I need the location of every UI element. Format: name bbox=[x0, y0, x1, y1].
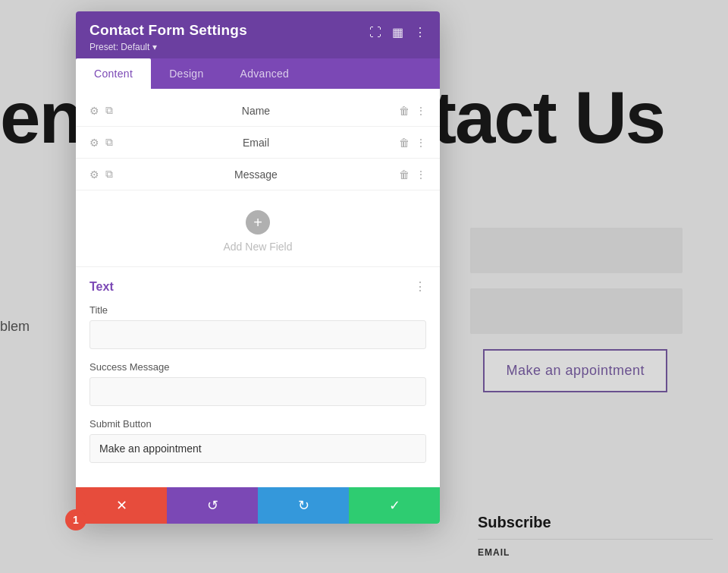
field-row-message-left-icons: ⚙ ⧉ bbox=[89, 168, 113, 181]
clone-icon-name[interactable]: ⧉ bbox=[105, 104, 113, 117]
columns-icon[interactable]: ▦ bbox=[392, 25, 403, 39]
field-row-name-left-icons: ⚙ ⧉ bbox=[89, 104, 113, 117]
success-message-label: Success Message bbox=[89, 361, 426, 373]
modal-header-icons: ⛶ ▦ ⋮ bbox=[369, 22, 426, 39]
chevron-down-icon: ▾ bbox=[152, 42, 157, 52]
text-section: Text ⋮ Title Success Message Submit Butt… bbox=[76, 266, 440, 487]
title-form-group: Title bbox=[89, 304, 426, 349]
more-icon-message[interactable]: ⋮ bbox=[416, 168, 426, 181]
field-label-name: Name bbox=[121, 105, 391, 117]
field-row-message-right-icons: 🗑 ⋮ bbox=[399, 168, 426, 181]
settings-icon-email[interactable]: ⚙ bbox=[89, 137, 99, 149]
delete-icon-email[interactable]: 🗑 bbox=[399, 137, 410, 149]
tab-advanced[interactable]: Advanced bbox=[222, 58, 308, 89]
expand-icon[interactable]: ⛶ bbox=[369, 26, 381, 39]
notification-badge: 1 bbox=[65, 509, 86, 530]
submit-button-label: Submit Button bbox=[89, 418, 426, 430]
cancel-button[interactable]: ✕ bbox=[76, 487, 167, 524]
success-message-input[interactable] bbox=[89, 377, 426, 406]
modal-header: Contact Form Settings Preset: Default ▾ … bbox=[76, 11, 440, 58]
modal-tabs: Content Design Advanced bbox=[76, 58, 440, 89]
add-field-section: + Add New Field bbox=[76, 197, 440, 266]
delete-icon-name[interactable]: 🗑 bbox=[399, 105, 410, 117]
undo-button[interactable]: ↺ bbox=[167, 487, 258, 524]
modal-body: ⚙ ⧉ Name 🗑 ⋮ ⚙ ⧉ Email 🗑 ⋮ bbox=[76, 89, 440, 524]
field-label-email: Email bbox=[121, 137, 391, 149]
success-message-form-group: Success Message bbox=[89, 361, 426, 406]
save-button[interactable]: ✓ bbox=[349, 487, 440, 524]
settings-icon-name[interactable]: ⚙ bbox=[89, 105, 99, 117]
more-options-icon[interactable]: ⋮ bbox=[414, 25, 426, 39]
text-section-menu-icon[interactable]: ⋮ bbox=[414, 279, 426, 294]
field-row-email-right-icons: 🗑 ⋮ bbox=[399, 137, 426, 149]
submit-button-input[interactable] bbox=[89, 434, 426, 463]
contact-form-settings-modal: Contact Form Settings Preset: Default ▾ … bbox=[76, 11, 440, 524]
tab-content[interactable]: Content bbox=[76, 58, 151, 89]
add-field-label: Add New Field bbox=[223, 241, 292, 253]
modal-title: Contact Form Settings bbox=[89, 22, 247, 39]
settings-icon-message[interactable]: ⚙ bbox=[89, 168, 99, 181]
field-row-message: ⚙ ⧉ Message 🗑 ⋮ bbox=[76, 159, 440, 190]
field-row-name: ⚙ ⧉ Name 🗑 ⋮ bbox=[76, 95, 440, 127]
add-field-button[interactable]: + bbox=[246, 210, 270, 235]
submit-button-form-group: Submit Button bbox=[89, 418, 426, 463]
title-input[interactable] bbox=[89, 320, 426, 349]
more-icon-name[interactable]: ⋮ bbox=[416, 105, 426, 117]
field-row-email: ⚙ ⧉ Email 🗑 ⋮ bbox=[76, 127, 440, 159]
text-section-title: Text bbox=[89, 280, 114, 294]
delete-icon-message[interactable]: 🗑 bbox=[399, 168, 410, 181]
field-label-message: Message bbox=[121, 168, 391, 181]
modal-header-left: Contact Form Settings Preset: Default ▾ bbox=[89, 22, 247, 52]
text-section-header: Text ⋮ bbox=[89, 279, 426, 294]
redo-button[interactable]: ↻ bbox=[258, 487, 349, 524]
field-row-name-right-icons: 🗑 ⋮ bbox=[399, 105, 426, 117]
title-label: Title bbox=[89, 304, 426, 316]
clone-icon-email[interactable]: ⧉ bbox=[105, 136, 113, 149]
modal-footer: ✕ ↺ ↻ ✓ bbox=[76, 487, 440, 524]
clone-icon-message[interactable]: ⧉ bbox=[105, 168, 113, 181]
modal-preset-selector[interactable]: Preset: Default ▾ bbox=[89, 42, 247, 52]
field-row-email-left-icons: ⚙ ⧉ bbox=[89, 136, 113, 149]
fields-section: ⚙ ⧉ Name 🗑 ⋮ ⚙ ⧉ Email 🗑 ⋮ bbox=[76, 89, 440, 197]
tab-design[interactable]: Design bbox=[151, 58, 221, 89]
more-icon-email[interactable]: ⋮ bbox=[416, 137, 426, 149]
